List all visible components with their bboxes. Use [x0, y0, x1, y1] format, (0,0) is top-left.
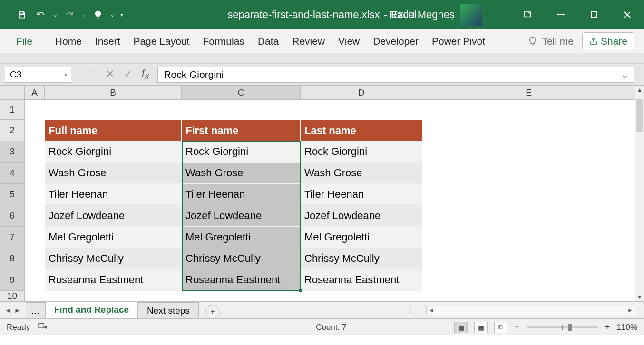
- new-sheet-button[interactable]: +: [205, 305, 220, 319]
- cell[interactable]: Wash Grose: [301, 163, 422, 184]
- close-button[interactable]: [611, 0, 644, 29]
- cell[interactable]: [25, 120, 45, 141]
- insert-function-button[interactable]: fx: [142, 67, 149, 81]
- scroll-down-button[interactable]: ▼: [635, 293, 644, 301]
- avatar[interactable]: [460, 4, 482, 26]
- undo-button[interactable]: [32, 6, 49, 23]
- row-header[interactable]: 1: [0, 100, 25, 120]
- sheet-nav-next[interactable]: ►: [14, 307, 21, 314]
- col-header-e[interactable]: E: [422, 86, 635, 99]
- tell-me-search[interactable]: Tell me: [527, 36, 574, 47]
- tab-review[interactable]: Review: [285, 29, 332, 53]
- maximize-button[interactable]: [577, 0, 611, 29]
- row-header[interactable]: 8: [0, 248, 25, 269]
- cell[interactable]: [25, 269, 45, 291]
- qat-customize[interactable]: ▾: [118, 6, 126, 23]
- cell[interactable]: Chrissy McCully: [45, 248, 182, 269]
- table-header[interactable]: First name: [182, 120, 301, 141]
- cancel-formula-button[interactable]: ✕: [106, 68, 114, 80]
- cell[interactable]: Chrissy McCully: [301, 248, 422, 269]
- cell[interactable]: [25, 100, 45, 120]
- tab-formulas[interactable]: Formulas: [196, 29, 251, 53]
- cell[interactable]: Tiler Heenan: [45, 184, 182, 205]
- col-header-c[interactable]: C: [182, 86, 301, 99]
- scroll-right-button[interactable]: ►: [625, 307, 635, 314]
- scroll-left-button[interactable]: ◄: [427, 307, 436, 314]
- cell[interactable]: Wash Grose: [182, 163, 301, 184]
- cell[interactable]: Roseanna Eastment: [301, 269, 422, 291]
- formula-input[interactable]: Rock Giorgini: [157, 67, 634, 83]
- row-header[interactable]: 4: [0, 163, 25, 184]
- cell[interactable]: Tiler Heenan: [301, 184, 422, 205]
- cell[interactable]: Rock Giorgini: [45, 141, 182, 163]
- ribbon-options-button[interactable]: [511, 0, 544, 29]
- tab-view[interactable]: View: [332, 29, 366, 53]
- row-header[interactable]: 2: [0, 120, 25, 141]
- share-button[interactable]: Share: [582, 32, 634, 50]
- cell[interactable]: Mel Gregoletti: [182, 227, 301, 248]
- cell[interactable]: Mel Gregoletti: [301, 227, 422, 248]
- cell[interactable]: [25, 184, 45, 205]
- name-box[interactable]: C3: [5, 67, 71, 83]
- table-header[interactable]: Last name: [301, 120, 422, 141]
- cell[interactable]: Mel Gregoletti: [45, 227, 182, 248]
- cell[interactable]: Jozef Lowdeane: [45, 205, 182, 227]
- cell[interactable]: Jozef Lowdeane: [301, 205, 422, 227]
- cell[interactable]: Rock Giorgini: [182, 141, 301, 163]
- macro-record-icon[interactable]: [38, 322, 47, 332]
- zoom-in-button[interactable]: +: [605, 322, 610, 333]
- zoom-level[interactable]: 110%: [617, 323, 637, 332]
- redo-button[interactable]: [61, 6, 78, 23]
- horizontal-scrollbar[interactable]: ◄ ►: [426, 306, 635, 315]
- row-header[interactable]: 3: [0, 141, 25, 163]
- vertical-scrollbar[interactable]: ▲ ▼: [635, 86, 644, 301]
- select-all-corner[interactable]: [0, 86, 25, 100]
- cell[interactable]: Jozef Lowdeane: [182, 205, 301, 227]
- row-header[interactable]: 7: [0, 227, 25, 248]
- scroll-thumb[interactable]: [636, 99, 643, 132]
- cell[interactable]: Rock Giorgini: [301, 141, 422, 163]
- cell[interactable]: Chrissy McCully: [182, 248, 301, 269]
- zoom-slider[interactable]: [527, 326, 598, 328]
- scroll-up-button[interactable]: ▲: [635, 86, 644, 94]
- tab-insert[interactable]: Insert: [88, 29, 127, 53]
- row-header[interactable]: 9: [0, 269, 25, 291]
- row-header[interactable]: 5: [0, 184, 25, 205]
- tab-data[interactable]: Data: [251, 29, 285, 53]
- col-header-a[interactable]: A: [25, 86, 45, 99]
- row-header[interactable]: 6: [0, 205, 25, 227]
- col-header-d[interactable]: D: [301, 86, 422, 99]
- sheet-nav-prev[interactable]: ◄: [5, 307, 11, 314]
- undo-dropdown[interactable]: ⌄: [51, 6, 59, 23]
- cell[interactable]: [25, 248, 45, 269]
- tab-page-layout[interactable]: Page Layout: [127, 29, 196, 53]
- cell[interactable]: [25, 227, 45, 248]
- cell[interactable]: [25, 163, 45, 184]
- redo-dropdown[interactable]: ⌄: [80, 6, 88, 23]
- fill-handle[interactable]: [299, 289, 302, 293]
- view-page-break-button[interactable]: ⧉: [494, 322, 507, 333]
- minimize-button[interactable]: [544, 0, 577, 29]
- tab-developer[interactable]: Developer: [366, 29, 425, 53]
- sheet-tab[interactable]: Find and Replace: [45, 301, 138, 319]
- ideas-button[interactable]: [89, 6, 107, 23]
- sheet-tab[interactable]: Next steps: [138, 302, 199, 319]
- cell[interactable]: [25, 205, 45, 227]
- zoom-out-button[interactable]: −: [514, 322, 520, 333]
- col-header-b[interactable]: B: [45, 86, 182, 99]
- tab-home[interactable]: Home: [49, 29, 88, 53]
- tab-power-pivot[interactable]: Power Pivot: [425, 29, 492, 53]
- cells[interactable]: Full name First name Last name Rock Gior…: [25, 100, 635, 301]
- table-header[interactable]: Full name: [45, 120, 182, 141]
- view-normal-button[interactable]: ▦: [454, 322, 468, 333]
- cell[interactable]: [25, 141, 45, 163]
- sheet-overflow[interactable]: …: [26, 302, 45, 319]
- cell[interactable]: Tiler Heenan: [182, 184, 301, 205]
- cell[interactable]: Wash Grose: [45, 163, 182, 184]
- user-section[interactable]: Radu Megheș: [390, 4, 482, 26]
- tab-file[interactable]: File: [10, 29, 39, 53]
- ideas-dropdown[interactable]: ⌄: [108, 6, 116, 23]
- tab-splitter[interactable]: ⋮: [407, 306, 416, 315]
- view-page-layout-button[interactable]: ▣: [474, 322, 488, 333]
- cell[interactable]: Roseanna Eastment: [182, 269, 301, 291]
